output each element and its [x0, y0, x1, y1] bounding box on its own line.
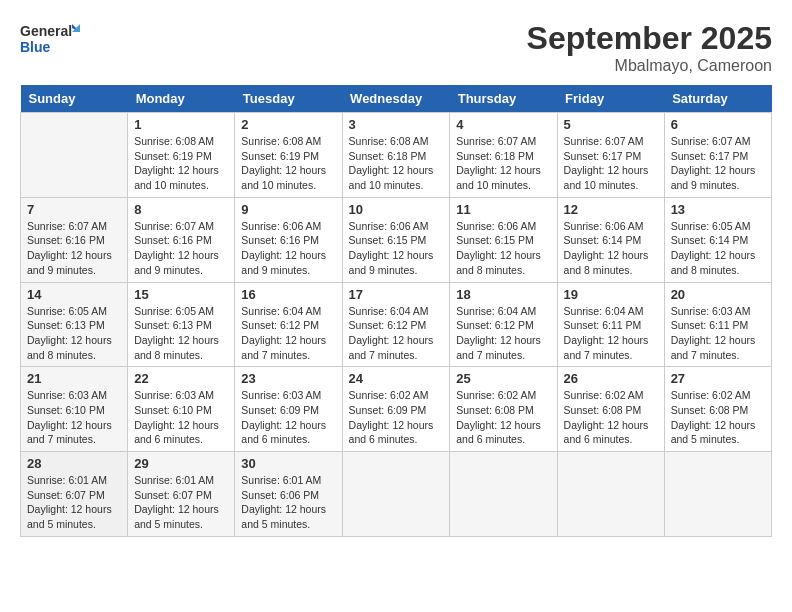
day-cell: 25Sunrise: 6:02 AM Sunset: 6:08 PM Dayli… — [450, 367, 557, 452]
day-info: Sunrise: 6:05 AM Sunset: 6:13 PM Dayligh… — [27, 304, 121, 363]
day-header-sunday: Sunday — [21, 85, 128, 113]
day-info: Sunrise: 6:02 AM Sunset: 6:08 PM Dayligh… — [671, 388, 765, 447]
day-number: 30 — [241, 456, 335, 471]
day-info: Sunrise: 6:07 AM Sunset: 6:16 PM Dayligh… — [134, 219, 228, 278]
day-number: 4 — [456, 117, 550, 132]
week-row-2: 14Sunrise: 6:05 AM Sunset: 6:13 PM Dayli… — [21, 282, 772, 367]
day-cell: 15Sunrise: 6:05 AM Sunset: 6:13 PM Dayli… — [128, 282, 235, 367]
day-cell: 3Sunrise: 6:08 AM Sunset: 6:18 PM Daylig… — [342, 113, 450, 198]
day-header-thursday: Thursday — [450, 85, 557, 113]
day-number: 15 — [134, 287, 228, 302]
day-info: Sunrise: 6:03 AM Sunset: 6:09 PM Dayligh… — [241, 388, 335, 447]
days-header-row: SundayMondayTuesdayWednesdayThursdayFrid… — [21, 85, 772, 113]
day-cell — [450, 452, 557, 537]
day-cell — [21, 113, 128, 198]
day-number: 24 — [349, 371, 444, 386]
day-cell: 17Sunrise: 6:04 AM Sunset: 6:12 PM Dayli… — [342, 282, 450, 367]
day-cell: 18Sunrise: 6:04 AM Sunset: 6:12 PM Dayli… — [450, 282, 557, 367]
svg-text:Blue: Blue — [20, 39, 51, 55]
day-number: 13 — [671, 202, 765, 217]
day-cell: 16Sunrise: 6:04 AM Sunset: 6:12 PM Dayli… — [235, 282, 342, 367]
day-number: 23 — [241, 371, 335, 386]
logo: General Blue — [20, 20, 80, 65]
month-title: September 2025 — [527, 20, 772, 57]
day-number: 3 — [349, 117, 444, 132]
day-cell: 13Sunrise: 6:05 AM Sunset: 6:14 PM Dayli… — [664, 197, 771, 282]
day-info: Sunrise: 6:06 AM Sunset: 6:15 PM Dayligh… — [349, 219, 444, 278]
day-info: Sunrise: 6:06 AM Sunset: 6:15 PM Dayligh… — [456, 219, 550, 278]
day-cell: 20Sunrise: 6:03 AM Sunset: 6:11 PM Dayli… — [664, 282, 771, 367]
day-number: 25 — [456, 371, 550, 386]
day-number: 18 — [456, 287, 550, 302]
day-number: 22 — [134, 371, 228, 386]
day-number: 8 — [134, 202, 228, 217]
day-info: Sunrise: 6:05 AM Sunset: 6:14 PM Dayligh… — [671, 219, 765, 278]
day-info: Sunrise: 6:07 AM Sunset: 6:16 PM Dayligh… — [27, 219, 121, 278]
day-number: 26 — [564, 371, 658, 386]
day-header-friday: Friday — [557, 85, 664, 113]
day-info: Sunrise: 6:04 AM Sunset: 6:12 PM Dayligh… — [349, 304, 444, 363]
week-row-0: 1Sunrise: 6:08 AM Sunset: 6:19 PM Daylig… — [21, 113, 772, 198]
day-number: 12 — [564, 202, 658, 217]
day-info: Sunrise: 6:06 AM Sunset: 6:16 PM Dayligh… — [241, 219, 335, 278]
day-number: 21 — [27, 371, 121, 386]
day-cell — [342, 452, 450, 537]
day-number: 9 — [241, 202, 335, 217]
day-info: Sunrise: 6:06 AM Sunset: 6:14 PM Dayligh… — [564, 219, 658, 278]
day-cell: 5Sunrise: 6:07 AM Sunset: 6:17 PM Daylig… — [557, 113, 664, 198]
day-number: 19 — [564, 287, 658, 302]
day-number: 14 — [27, 287, 121, 302]
day-info: Sunrise: 6:02 AM Sunset: 6:08 PM Dayligh… — [456, 388, 550, 447]
day-number: 6 — [671, 117, 765, 132]
day-cell: 11Sunrise: 6:06 AM Sunset: 6:15 PM Dayli… — [450, 197, 557, 282]
day-cell: 6Sunrise: 6:07 AM Sunset: 6:17 PM Daylig… — [664, 113, 771, 198]
day-number: 1 — [134, 117, 228, 132]
day-cell: 7Sunrise: 6:07 AM Sunset: 6:16 PM Daylig… — [21, 197, 128, 282]
day-info: Sunrise: 6:07 AM Sunset: 6:17 PM Dayligh… — [564, 134, 658, 193]
day-info: Sunrise: 6:03 AM Sunset: 6:10 PM Dayligh… — [134, 388, 228, 447]
day-cell: 30Sunrise: 6:01 AM Sunset: 6:06 PM Dayli… — [235, 452, 342, 537]
day-number: 10 — [349, 202, 444, 217]
title-area: September 2025 Mbalmayo, Cameroon — [527, 20, 772, 75]
day-info: Sunrise: 6:02 AM Sunset: 6:09 PM Dayligh… — [349, 388, 444, 447]
day-number: 29 — [134, 456, 228, 471]
day-cell — [664, 452, 771, 537]
day-cell: 24Sunrise: 6:02 AM Sunset: 6:09 PM Dayli… — [342, 367, 450, 452]
day-header-saturday: Saturday — [664, 85, 771, 113]
day-cell: 21Sunrise: 6:03 AM Sunset: 6:10 PM Dayli… — [21, 367, 128, 452]
day-info: Sunrise: 6:04 AM Sunset: 6:11 PM Dayligh… — [564, 304, 658, 363]
day-cell: 4Sunrise: 6:07 AM Sunset: 6:18 PM Daylig… — [450, 113, 557, 198]
day-info: Sunrise: 6:01 AM Sunset: 6:07 PM Dayligh… — [27, 473, 121, 532]
day-number: 7 — [27, 202, 121, 217]
logo-svg: General Blue — [20, 20, 80, 65]
day-number: 16 — [241, 287, 335, 302]
day-cell: 26Sunrise: 6:02 AM Sunset: 6:08 PM Dayli… — [557, 367, 664, 452]
day-header-monday: Monday — [128, 85, 235, 113]
week-row-4: 28Sunrise: 6:01 AM Sunset: 6:07 PM Dayli… — [21, 452, 772, 537]
day-header-tuesday: Tuesday — [235, 85, 342, 113]
day-info: Sunrise: 6:02 AM Sunset: 6:08 PM Dayligh… — [564, 388, 658, 447]
day-cell: 2Sunrise: 6:08 AM Sunset: 6:19 PM Daylig… — [235, 113, 342, 198]
day-cell: 19Sunrise: 6:04 AM Sunset: 6:11 PM Dayli… — [557, 282, 664, 367]
day-number: 27 — [671, 371, 765, 386]
day-number: 17 — [349, 287, 444, 302]
day-info: Sunrise: 6:04 AM Sunset: 6:12 PM Dayligh… — [456, 304, 550, 363]
day-number: 11 — [456, 202, 550, 217]
day-info: Sunrise: 6:08 AM Sunset: 6:18 PM Dayligh… — [349, 134, 444, 193]
week-row-3: 21Sunrise: 6:03 AM Sunset: 6:10 PM Dayli… — [21, 367, 772, 452]
day-cell: 8Sunrise: 6:07 AM Sunset: 6:16 PM Daylig… — [128, 197, 235, 282]
calendar-table: SundayMondayTuesdayWednesdayThursdayFrid… — [20, 85, 772, 537]
day-cell: 27Sunrise: 6:02 AM Sunset: 6:08 PM Dayli… — [664, 367, 771, 452]
location-title: Mbalmayo, Cameroon — [527, 57, 772, 75]
day-cell: 9Sunrise: 6:06 AM Sunset: 6:16 PM Daylig… — [235, 197, 342, 282]
day-info: Sunrise: 6:01 AM Sunset: 6:06 PM Dayligh… — [241, 473, 335, 532]
day-info: Sunrise: 6:03 AM Sunset: 6:11 PM Dayligh… — [671, 304, 765, 363]
day-cell: 12Sunrise: 6:06 AM Sunset: 6:14 PM Dayli… — [557, 197, 664, 282]
day-cell: 29Sunrise: 6:01 AM Sunset: 6:07 PM Dayli… — [128, 452, 235, 537]
day-info: Sunrise: 6:07 AM Sunset: 6:17 PM Dayligh… — [671, 134, 765, 193]
day-cell: 23Sunrise: 6:03 AM Sunset: 6:09 PM Dayli… — [235, 367, 342, 452]
day-cell: 22Sunrise: 6:03 AM Sunset: 6:10 PM Dayli… — [128, 367, 235, 452]
day-info: Sunrise: 6:01 AM Sunset: 6:07 PM Dayligh… — [134, 473, 228, 532]
day-header-wednesday: Wednesday — [342, 85, 450, 113]
day-cell: 10Sunrise: 6:06 AM Sunset: 6:15 PM Dayli… — [342, 197, 450, 282]
